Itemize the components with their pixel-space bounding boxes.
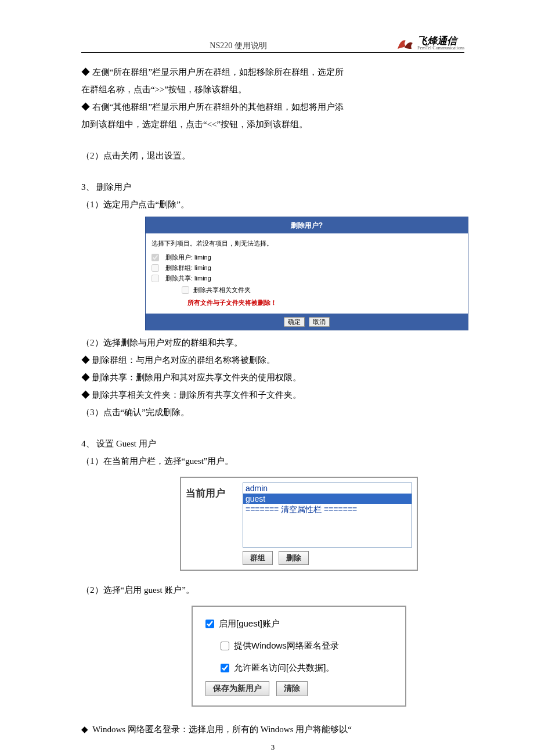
clear-button[interactable]: 清除: [276, 681, 308, 696]
document-content: ◆ 左侧“所在群组”栏显示用户所在群组，如想移除所在群组，选定所 在群组名称，点…: [81, 63, 464, 738]
section-4-title: 4、 设置 Guest 用户: [81, 435, 464, 452]
bullet-left-group: ◆ 左侧“所在群组”栏显示用户所在群组，如想移除所在群组，选定所: [81, 63, 464, 81]
page-number: 3: [81, 743, 464, 752]
s3-step1: （1）选定用户点击“删除”。: [81, 196, 464, 213]
confirm-button[interactable]: 确定: [284, 317, 305, 327]
enable-guest-checkbox[interactable]: [205, 620, 214, 628]
s3-b2: ◆ 删除共享：删除用户和其对应共享文件夹的使用权限。: [81, 369, 464, 386]
user-listbox[interactable]: admin guest ======= 清空属性栏 =======: [243, 483, 412, 548]
text: 删除共享：删除用户和其对应共享文件夹的使用权限。: [92, 373, 301, 382]
save-as-new-user-button[interactable]: 保存为新用户: [205, 681, 269, 696]
text: Windows 网络匿名登录：选择启用，所有的 Windows 用户将能够以“: [92, 725, 352, 734]
section-3-title: 3、 删除用户: [81, 178, 464, 196]
s4-step2: （2）选择“启用 guest 账户”。: [81, 581, 464, 599]
anon-windows-row: 提供Windows网络匿名登录: [221, 637, 395, 654]
delete-user-dialog: 删除用户? 选择下列项目。若没有项目，则无法选择。 删除用户: liming 删…: [145, 217, 468, 330]
s4-note: ◆ Windows 网络匿名登录：选择启用，所有的 Windows 用户将能够以…: [81, 721, 464, 738]
delete-share-row: 删除共享: liming: [151, 273, 462, 283]
anon-public-row: 允许匿名访问[公共数据]。: [221, 659, 395, 676]
delete-group-checkbox[interactable]: [151, 264, 159, 272]
anon-public-checkbox[interactable]: [221, 664, 229, 672]
guest-options-panel: 启用[guest]账户 提供Windows网络匿名登录 允许匿名访问[公共数据]…: [192, 606, 406, 707]
enable-guest-row: 启用[guest]账户: [205, 615, 395, 632]
group-button[interactable]: 群组: [243, 551, 273, 565]
list-item-clear[interactable]: ======= 清空属性栏 =======: [243, 504, 412, 514]
text: 左侧“所在群组”栏显示用户所在群组，如想移除所在群组，选定所: [92, 67, 344, 77]
anon-windows-label: 提供Windows网络匿名登录: [234, 637, 339, 654]
current-user-label: 当前用户: [186, 483, 234, 565]
s3-step2: （2）选择删除与用户对应的群组和共享。: [81, 334, 464, 351]
delete-folders-label: 删除共享相关文件夹: [193, 283, 251, 296]
s3-step3: （3）点击“确认”完成删除。: [81, 404, 464, 421]
bullet-right-group: ◆ 右侧“其他群组”栏显示用户所在群组外的其他群组，如想将用户添: [81, 98, 464, 116]
list-item-admin[interactable]: admin: [243, 483, 412, 494]
dialog-footer: 确定 取消: [146, 314, 468, 330]
enable-guest-label: 启用[guest]账户: [219, 615, 280, 632]
logo-text-en: FemTel Communications: [417, 46, 464, 51]
delete-folders-row: 删除共享相关文件夹: [179, 283, 462, 296]
list-item-guest[interactable]: guest: [243, 494, 412, 504]
dialog-title: 删除用户?: [146, 217, 468, 233]
s4-step1: （1）在当前用户栏，选择“guest”用户。: [81, 452, 464, 470]
cancel-button[interactable]: 取消: [309, 317, 330, 327]
bullet-left-group-cont: 在群组名称，点击“>>”按钮，移除该群组。: [81, 81, 464, 98]
bullet-right-group-cont: 加到该群组中，选定群组，点击“<<”按钮，添加到该群组。: [81, 116, 464, 133]
current-user-panel: 当前用户 admin guest ======= 清空属性栏 ======= 群…: [180, 477, 418, 571]
flame-icon: [395, 35, 414, 51]
delete-warning: 所有文件与子文件夹将被删除！: [187, 296, 462, 309]
text: 删除群组：与用户名对应的群组名称将被删除。: [92, 355, 275, 365]
delete-share-label: 删除共享: liming: [165, 272, 211, 285]
text: 删除共享相关文件夹：删除所有共享文件和子文件夹。: [92, 390, 301, 399]
s3-b3: ◆ 删除共享相关文件夹：删除所有共享文件和子文件夹。: [81, 386, 464, 404]
text: 右侧“其他群组”栏显示用户所在群组外的其他群组，如想将用户添: [92, 102, 344, 111]
header-title: NS220 使用说明: [81, 41, 395, 51]
page-header: NS220 使用说明 飞烽通信 FemTel Communications: [81, 35, 464, 51]
delete-folders-checkbox[interactable]: [182, 286, 189, 294]
delete-user-checkbox[interactable]: [151, 254, 159, 261]
step-close: （2）点击关闭，退出设置。: [81, 147, 464, 164]
header-divider: [81, 52, 464, 53]
anon-public-label: 允许匿名访问[公共数据]。: [234, 659, 334, 676]
brand-logo: 飞烽通信 FemTel Communications: [395, 35, 464, 51]
dialog-instruction: 选择下列项目。若没有项目，则无法选择。: [151, 237, 462, 250]
delete-button[interactable]: 删除: [279, 551, 309, 565]
delete-share-checkbox[interactable]: [151, 275, 159, 282]
s3-b1: ◆ 删除群组：与用户名对应的群组名称将被删除。: [81, 351, 464, 369]
anon-windows-checkbox[interactable]: [221, 642, 229, 650]
logo-text-cn: 飞烽通信: [417, 36, 464, 46]
